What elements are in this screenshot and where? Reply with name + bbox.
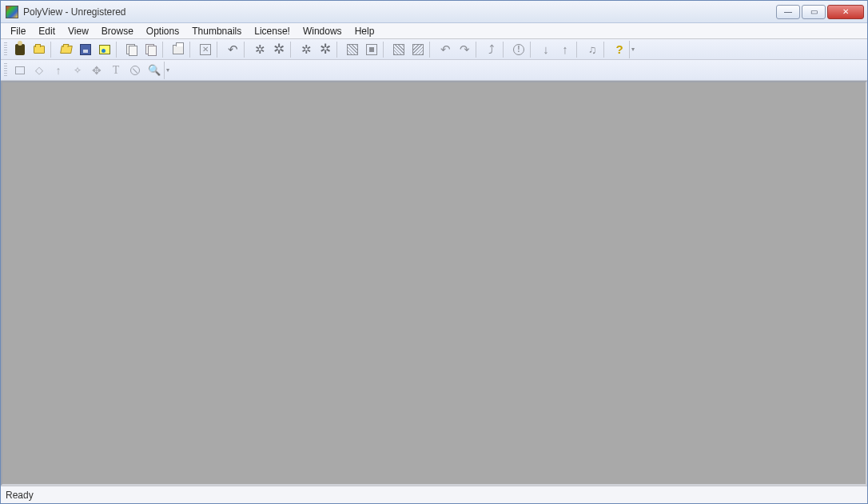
brightness-up-button[interactable]: ✲: [270, 41, 288, 58]
close-icon: ✕: [842, 7, 849, 16]
maximize-button[interactable]: ▭: [802, 5, 826, 19]
fullscreen-button[interactable]: [197, 41, 214, 58]
separator-icon: [576, 42, 581, 58]
arrow-up-icon: ↑: [562, 42, 568, 56]
lasso-icon: ◇: [35, 64, 43, 76]
hatch-icon: [412, 44, 424, 55]
separator-icon: [189, 42, 194, 58]
main-toolbar: ↶ ✲ ✲ ✲ ✲ ↶ ↷ ⤴ ! ↓ ↑ ♫ ? ▾: [1, 39, 867, 60]
menu-help[interactable]: Help: [348, 24, 381, 38]
menu-browse[interactable]: Browse: [95, 24, 140, 38]
separator-icon: [290, 42, 295, 58]
toolbar-grip-icon[interactable]: [4, 63, 7, 78]
print-button[interactable]: [169, 41, 187, 58]
app-icon: [6, 6, 18, 18]
effect-d-button[interactable]: [409, 41, 427, 58]
text-tool-button[interactable]: T: [107, 62, 125, 79]
exclamation-icon: !: [513, 44, 524, 55]
noentry-tool-button[interactable]: [126, 62, 144, 79]
toolbar-overflow-icon[interactable]: ▾: [164, 62, 170, 79]
undo-button[interactable]: ↶: [224, 41, 241, 58]
new-folder-button[interactable]: [30, 41, 48, 58]
arrow-tool-button[interactable]: ↑: [50, 62, 67, 79]
hatch-icon: [393, 44, 404, 55]
open-folder-icon: [60, 46, 73, 54]
brightness-down-button[interactable]: ✲: [251, 41, 269, 58]
arrow-down-icon: ↓: [543, 42, 549, 56]
select-rect-button[interactable]: [11, 62, 29, 79]
help-icon: ?: [615, 42, 623, 56]
redo-left-button[interactable]: ↶: [436, 41, 454, 58]
minimize-button[interactable]: —: [776, 5, 800, 19]
effect-a-button[interactable]: [344, 41, 361, 58]
curve-right-icon: ↷: [460, 42, 470, 57]
floppy-disk-icon: [80, 44, 91, 55]
separator-icon: [503, 42, 508, 58]
save-button[interactable]: [77, 41, 94, 58]
separator-icon: [476, 42, 480, 58]
star-tool-button[interactable]: ✧: [69, 62, 86, 79]
star-icon: ✧: [74, 65, 82, 76]
separator-icon: [429, 42, 434, 58]
magnifier-icon: 🔍: [148, 64, 161, 76]
open-button[interactable]: [58, 41, 75, 58]
effect-c-button[interactable]: [390, 41, 408, 58]
separator-icon: [603, 42, 608, 58]
rotate-button[interactable]: ⤴: [483, 41, 500, 58]
up-button[interactable]: ↑: [556, 41, 574, 58]
status-text: Ready: [6, 490, 34, 501]
menu-windows[interactable]: Windows: [297, 24, 348, 38]
menu-thumbnails[interactable]: Thumbnails: [185, 24, 248, 38]
contrast-down-button[interactable]: ✲: [297, 41, 315, 58]
menu-edit[interactable]: Edit: [32, 24, 62, 38]
paste-icon: [145, 44, 157, 55]
toolbar-overflow-icon[interactable]: ▾: [629, 41, 635, 58]
separator-icon: [50, 42, 55, 58]
effect-b-button[interactable]: [363, 41, 380, 58]
zoom-tool-button[interactable]: 🔍: [145, 62, 163, 79]
copy-button[interactable]: [123, 41, 141, 58]
separator-icon: [217, 42, 221, 58]
slideshow-button[interactable]: ♫: [583, 41, 601, 58]
window-buttons: — ▭ ✕: [774, 5, 864, 19]
text-icon: T: [113, 64, 120, 77]
statusbar: Ready: [1, 486, 867, 503]
separator-icon: [162, 42, 167, 58]
menu-file[interactable]: File: [4, 24, 32, 38]
menu-view[interactable]: View: [62, 24, 95, 38]
separator-icon: [383, 42, 388, 58]
browse-button[interactable]: [11, 41, 29, 58]
move-icon: ✥: [92, 64, 102, 77]
info-button[interactable]: !: [510, 41, 528, 58]
move-tool-button[interactable]: ✥: [88, 62, 106, 79]
menubar: File Edit View Browse Options Thumbnails…: [1, 23, 867, 39]
contrast-up-button[interactable]: ✲: [317, 41, 334, 58]
separator-icon: [530, 42, 535, 58]
sun-large-icon: ✲: [320, 41, 331, 58]
redo-right-button[interactable]: ↷: [456, 41, 473, 58]
separator-icon: [336, 42, 341, 58]
arrow-up-icon: ↑: [56, 64, 62, 77]
help-button[interactable]: ?: [611, 41, 628, 58]
stop-icon: [366, 44, 377, 55]
menu-license[interactable]: License!: [248, 24, 297, 38]
paste-button[interactable]: [142, 41, 160, 58]
titlebar[interactable]: PolyView - Unregistered — ▭ ✕: [1, 1, 867, 23]
menu-options[interactable]: Options: [140, 24, 185, 38]
music-note-icon: ♫: [588, 43, 597, 56]
app-window: PolyView - Unregistered — ▭ ✕ File Edit …: [0, 0, 868, 504]
image-button[interactable]: [96, 41, 113, 58]
down-button[interactable]: ↓: [537, 41, 555, 58]
hatch-icon: [347, 44, 358, 55]
fullscreen-icon: [200, 44, 211, 55]
select-lasso-button[interactable]: ◇: [30, 62, 48, 79]
toolbar-grip-icon[interactable]: [4, 42, 7, 57]
close-button[interactable]: ✕: [827, 5, 864, 19]
separator-icon: [116, 42, 121, 58]
person-icon: [15, 44, 25, 55]
workspace-area[interactable]: [1, 81, 867, 486]
printer-icon: [173, 45, 184, 54]
annotation-toolbar: ◇ ↑ ✧ ✥ T 🔍 ▾: [1, 60, 867, 81]
rectangle-icon: [15, 66, 25, 74]
window-title: PolyView - Unregistered: [23, 6, 774, 18]
